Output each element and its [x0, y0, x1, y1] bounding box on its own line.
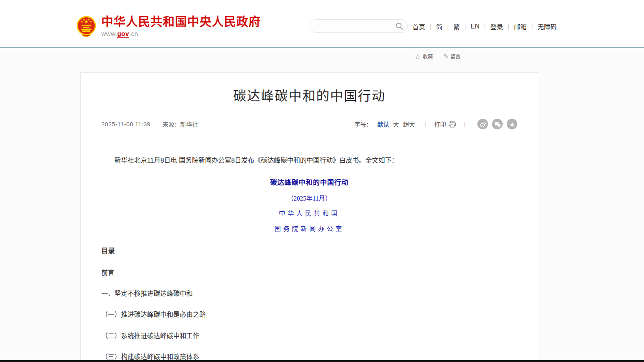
nav-simplified[interactable]: 简: [436, 22, 454, 31]
print-label: 打印: [434, 120, 446, 128]
site-url: www.gov.cn: [101, 30, 261, 38]
logo-text: 中华人民共和国中央人民政府 www.gov.cn: [101, 15, 261, 38]
article-meta-left: 2025-11-08 11:39 来源： 新华社: [101, 120, 198, 128]
favorite-label: 收藏: [423, 52, 433, 60]
search-input[interactable]: [310, 20, 395, 32]
meta-separator: |: [425, 121, 426, 127]
article-meta-row: 2025-11-08 11:39 来源： 新华社 字号： 默认 大 超大 | 打…: [101, 119, 517, 135]
nav-home-label: 首页: [412, 22, 425, 31]
fontsize-large-button[interactable]: 大: [393, 120, 399, 128]
svg-text:★: ★: [90, 20, 92, 23]
print-button[interactable]: 打印: [434, 120, 456, 128]
publish-date: 2025-11-08 11:39: [101, 121, 150, 127]
bottom-edge-bar: [0, 360, 644, 362]
site-logo[interactable]: ★ ★ ★ ★ ★ 中华人民共和国中央人民政府 www.gov.cn: [75, 15, 261, 38]
site-url-gov: gov: [117, 30, 129, 38]
search-box[interactable]: [310, 19, 408, 33]
site-url-cn: .cn: [129, 30, 138, 37]
document-org-line1: 中华人民共和国: [101, 208, 517, 219]
nav-english[interactable]: EN: [471, 23, 490, 30]
nav-english-label: EN: [471, 23, 479, 30]
svg-text:★: ★: [509, 121, 515, 127]
meta-separator: |: [464, 121, 465, 127]
nav-traditional[interactable]: 繁: [453, 22, 471, 31]
nav-login-label: 登录: [490, 22, 503, 31]
search-icon[interactable]: [395, 22, 403, 30]
article-meta-right: 字号： 默认 大 超大 | 打印 |: [354, 119, 517, 129]
document-date: （2025年11月）: [101, 193, 517, 204]
article-body: 新华社北京11月8日电 国务院新闻办公室8日发布《碳达峰碳中和的中国行动》白皮书…: [101, 135, 517, 362]
toc-item: （一）推进碳达峰碳中和是必由之路: [101, 309, 517, 320]
toc-item: 一、坚定不移推进碳达峰碳中和: [101, 288, 517, 299]
star-outline-icon: ☆: [415, 52, 421, 60]
site-header: ★ ★ ★ ★ ★ 中华人民共和国中央人民政府 www.gov.cn 首页 简 …: [0, 0, 644, 48]
site-url-www: www.: [101, 30, 117, 37]
comment-label: 留言: [450, 52, 461, 60]
fontsize-default-button[interactable]: 默认: [377, 120, 389, 128]
source-label: 来源：: [162, 120, 180, 128]
document-title: 碳达峰碳中和的中国行动: [101, 177, 517, 188]
nav-accessibility[interactable]: 无障碍: [538, 22, 557, 31]
share-icons: ★: [473, 119, 517, 129]
star-share-icon: ★: [509, 121, 516, 128]
nav-traditional-label: 繁: [453, 22, 460, 31]
toc-title: 目录: [101, 246, 517, 256]
nav-accessibility-label: 无障碍: [538, 22, 557, 31]
pencil-icon: ✎: [443, 53, 448, 60]
site-title: 中华人民共和国中央人民政府: [101, 15, 261, 28]
top-nav: 首页 简 繁 EN 登录 邮箱 无障碍: [412, 21, 557, 32]
page-actions: ☆ 收藏 ✎ 留言: [415, 52, 471, 60]
printer-icon: [448, 121, 456, 128]
comment-button[interactable]: ✎ 留言: [443, 52, 461, 60]
svg-text:★: ★: [83, 18, 85, 21]
article-card: 碳达峰碳中和的中国行动 2025-11-08 11:39 来源： 新华社 字号：…: [80, 72, 538, 362]
wechat-icon: [494, 121, 501, 128]
national-emblem-icon: ★ ★ ★ ★ ★: [75, 15, 97, 38]
fontsize-label: 字号：: [354, 120, 372, 128]
share-weibo-button[interactable]: [477, 119, 488, 129]
nav-login[interactable]: 登录: [490, 22, 514, 31]
document-heading: 碳达峰碳中和的中国行动 （2025年11月） 中华人民共和国 国务院新闻办公室: [101, 177, 517, 234]
article-title: 碳达峰碳中和的中国行动: [81, 85, 538, 104]
toc-item: 前言: [101, 267, 517, 278]
weibo-icon: [479, 121, 486, 128]
source-value: 新华社: [180, 120, 198, 128]
toc-item: （二）系统推进碳达峰碳中和工作: [101, 331, 517, 341]
intro-paragraph: 新华社北京11月8日电 国务院新闻办公室8日发布《碳达峰碳中和的中国行动》白皮书…: [101, 155, 517, 165]
share-more-button[interactable]: ★: [507, 119, 517, 129]
favorite-button[interactable]: ☆ 收藏: [415, 52, 433, 60]
nav-mail[interactable]: 邮箱: [514, 22, 538, 31]
header-divider-line: [0, 47, 644, 48]
nav-simplified-label: 简: [436, 22, 443, 31]
fontsize-xlarge-button[interactable]: 超大: [403, 120, 415, 128]
document-org-line2: 国务院新闻办公室: [101, 224, 517, 234]
nav-mail-label: 邮箱: [514, 22, 527, 31]
share-wechat-button[interactable]: [492, 119, 503, 129]
nav-home[interactable]: 首页: [412, 22, 436, 31]
